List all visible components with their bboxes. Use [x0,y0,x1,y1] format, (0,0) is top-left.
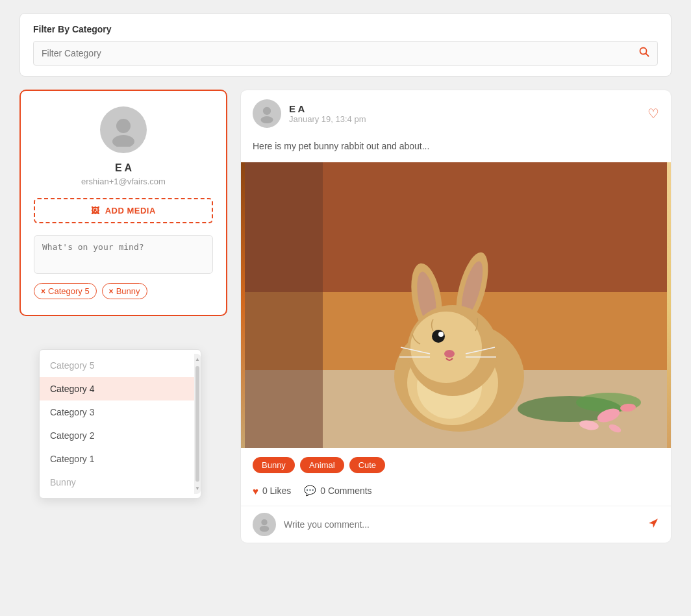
scrollbar-thumb[interactable] [195,366,199,482]
main-layout: E A ershian+1@vfairs.com 🖼 ADD MEDIA × C… [19,90,672,543]
heart-icon: ♥ [253,486,258,497]
post-date: January 19, 13:4 pm [289,114,640,124]
filter-title: Filter By Category [33,24,658,34]
post-tags: Bunny Animal Cute [241,448,671,480]
svg-point-5 [260,116,273,123]
add-media-button[interactable]: 🖼 ADD MEDIA [34,198,213,223]
dropdown-item-category1[interactable]: Category 1 [40,447,194,471]
selected-tags: × Category 5 × Bunny [34,283,213,299]
svg-point-24 [444,350,455,358]
post-header: E A January 19, 13:4 pm ♡ [241,90,671,137]
dropdown-item-category2[interactable]: Category 2 [40,424,194,447]
post-image [241,162,671,448]
dropdown-item-category5[interactable]: Category 5 [40,354,194,377]
post-meta: E A January 19, 13:4 pm [289,103,640,124]
svg-point-22 [432,330,445,343]
tag-chip-bunny[interactable]: × Bunny [102,283,147,299]
svg-point-4 [263,107,271,115]
tag-bunny[interactable]: Bunny [253,457,295,473]
tag-label-bunny: Bunny [116,286,140,296]
remove-tag-icon: × [109,287,114,296]
left-panel: E A ershian+1@vfairs.com 🖼 ADD MEDIA × C… [19,90,227,543]
svg-point-21 [410,312,482,383]
likes-action[interactable]: ♥ 0 Likes [253,486,291,497]
remove-tag-icon: × [41,287,45,296]
svg-line-1 [646,54,649,56]
svg-point-34 [260,526,270,532]
dropdown-list: Category 5 Category 4 Category 3 Categor… [40,354,194,494]
scrollbar-up[interactable]: ▲ [194,355,201,363]
svg-point-3 [112,135,134,147]
comments-count: 0 Comments [320,486,371,496]
post-actions: ♥ 0 Likes 💬 0 Comments [241,480,671,506]
post-author: E A [289,103,640,114]
comment-input[interactable] [284,519,640,530]
filter-category-input[interactable] [42,48,639,58]
mind-input[interactable] [34,235,213,274]
post-card: E A January 19, 13:4 pm ♡ Here is my pet… [240,90,672,543]
search-icon[interactable] [639,47,649,60]
likes-count: 0 Likes [262,486,291,496]
tag-label-category5: Category 5 [48,286,90,296]
svg-rect-10 [245,162,323,448]
comment-bar [241,506,671,543]
profile-name: E A [115,162,132,174]
send-comment-button[interactable] [647,517,659,532]
svg-point-23 [438,332,444,337]
add-media-label: ADD MEDIA [105,206,156,216]
commenter-avatar [253,513,276,536]
dropdown-item-category3[interactable]: Category 3 [40,400,194,424]
svg-point-33 [261,519,267,525]
profile-email: ershian+1@vfairs.com [81,177,166,186]
dropdown-scroll: Category 5 Category 4 Category 3 Categor… [40,354,201,494]
dropdown-item-category4[interactable]: Category 4 [40,377,194,400]
post-text: Here is my pet bunny rabbit out and abou… [241,137,671,162]
scrollbar[interactable]: ▲ ▼ [194,354,201,494]
scrollbar-down[interactable]: ▼ [194,484,201,493]
filter-bar: Filter By Category [19,13,672,77]
tag-animal[interactable]: Animal [300,457,344,473]
tag-chip-category5[interactable]: × Category 5 [34,283,97,299]
tag-cute[interactable]: Cute [349,457,385,473]
media-icon: 🖼 [91,206,100,216]
avatar [100,106,147,153]
right-panel: E A January 19, 13:4 pm ♡ Here is my pet… [240,90,672,543]
dropdown-item-bunny[interactable]: Bunny [40,471,194,494]
category-dropdown: Category 5 Category 4 Category 3 Categor… [39,349,201,499]
svg-point-2 [116,119,131,133]
post-avatar [253,99,281,128]
profile-card: E A ershian+1@vfairs.com 🖼 ADD MEDIA × C… [19,90,227,316]
like-button[interactable]: ♡ [647,106,659,121]
filter-input-wrap [33,41,658,66]
comment-icon: 💬 [304,485,316,497]
comments-action[interactable]: 💬 0 Comments [304,485,371,497]
